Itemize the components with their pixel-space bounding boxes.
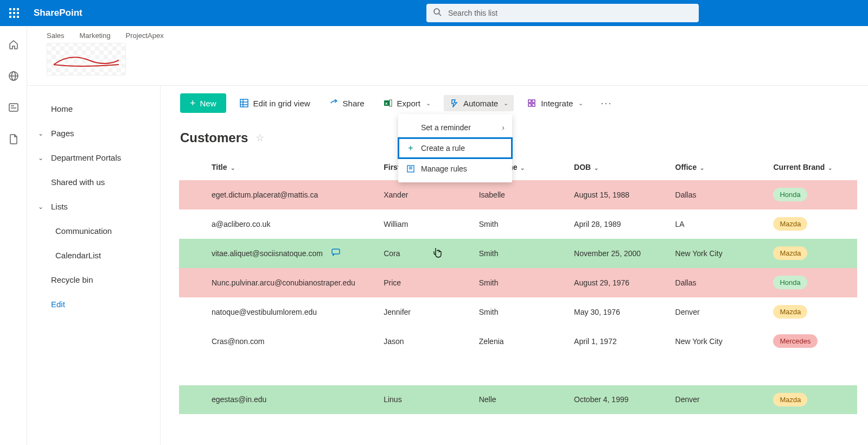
cell-last-name: Nelle (474, 385, 569, 415)
more-button[interactable]: ··· (596, 96, 616, 111)
file-icon[interactable] (7, 132, 20, 145)
brand-pill: Mazda (773, 305, 807, 319)
cell-brand: Mazda (768, 209, 857, 239)
menu-create-rule[interactable]: + Create a rule (398, 138, 512, 158)
svg-rect-20 (332, 249, 340, 254)
col-header-office[interactable]: Office⌄ (670, 156, 768, 180)
plus-icon: + (406, 143, 416, 153)
cell-office: Dallas (670, 268, 768, 297)
chevron-right-icon: › (502, 123, 505, 132)
cell-first-name: Xander (378, 180, 473, 209)
cell-title: vitae.aliquet@sociisnatoque.com (212, 249, 373, 258)
table-row[interactable]: egestas@in.eduLinusNelleOctober 4, 1999D… (179, 385, 857, 415)
col-header-brand[interactable]: Current Brand⌄ (768, 156, 857, 180)
grid-icon (239, 98, 249, 108)
chevron-down-icon: ⌄ (426, 100, 431, 107)
table-row[interactable]: eget.dictum.placerat@mattis.caXanderIsab… (179, 180, 857, 209)
site-logo[interactable] (47, 43, 126, 75)
chevron-down-icon: ⌄ (828, 165, 832, 171)
cell-first-name: Cora (378, 239, 473, 268)
menu-manage-rules[interactable]: Manage rules (398, 158, 512, 179)
table-row[interactable]: Cras@non.comJasonZeleniaApril 1, 1972New… (179, 327, 857, 356)
edit-grid-button[interactable]: Edit in grid view (234, 95, 316, 111)
chevron-down-icon: ⌄ (503, 100, 508, 107)
chevron-down-icon: ⌄ (594, 165, 598, 171)
rules-icon (406, 164, 416, 174)
new-button[interactable]: + New (180, 93, 226, 113)
cell-last-name: Smith (474, 239, 569, 268)
cell-first-name: William (378, 209, 473, 239)
app-title[interactable]: SharePoint (34, 8, 82, 18)
svg-line-1 (439, 14, 441, 16)
automate-button[interactable]: Automate ⌄ (444, 95, 514, 111)
cell-office: Denver (670, 385, 768, 415)
cell-dob: April 28, 1989 (569, 209, 669, 239)
cell-dob: October 4, 1999 (569, 385, 669, 415)
list-table: Title⌄ First Name⌄ Last Name⌄ DOB⌄ Offic… (179, 156, 857, 415)
brand-pill: Mercedes (773, 334, 817, 348)
search-input[interactable] (426, 4, 699, 22)
content-area: Sales Marketing ProjectApex Home ⌄Pages … (27, 26, 868, 445)
cell-office: New York City (670, 327, 768, 356)
menu-label: Manage rules (421, 164, 467, 173)
hub-header: Sales Marketing ProjectApex (27, 26, 868, 86)
cell-office: Dallas (670, 180, 768, 209)
cell-dob: April 1, 1972 (569, 327, 669, 356)
nav-pages[interactable]: ⌄Pages (27, 121, 160, 145)
hub-nav-item[interactable]: Marketing (80, 31, 111, 40)
svg-rect-18 (532, 104, 535, 106)
cell-brand: Mazda (768, 297, 857, 327)
home-icon[interactable] (7, 38, 20, 51)
chevron-down-icon: ⌄ (231, 165, 235, 171)
automate-menu: Set a reminder › + Create a rule Manage … (398, 114, 512, 182)
table-row[interactable]: Nunc.pulvinar.arcu@conubianostraper.eduP… (179, 268, 857, 297)
brand-pill: Honda (773, 276, 807, 289)
nav-lists[interactable]: ⌄Lists (27, 194, 160, 219)
cell-title: natoque@vestibulumlorem.edu (212, 308, 373, 316)
table-row[interactable]: a@aclibero.co.ukWilliamSmithApril 28, 19… (179, 209, 857, 239)
favorite-star-icon[interactable]: ☆ (256, 132, 264, 144)
brand-pill: Mazda (773, 246, 807, 260)
nav-recycle-bin[interactable]: Recycle bin (27, 268, 160, 292)
nav-calendarlist[interactable]: CalendarList (27, 243, 160, 268)
brand-pill: Mazda (773, 393, 807, 406)
app-launcher-icon[interactable] (5, 4, 23, 22)
cell-dob: August 29, 1976 (569, 268, 669, 297)
export-button[interactable]: x Export ⌄ (378, 95, 436, 111)
hub-nav-item[interactable]: Sales (47, 31, 65, 40)
cell-brand: Mazda (768, 385, 857, 415)
integrate-button[interactable]: Integrate ⌄ (521, 95, 589, 111)
share-button[interactable]: Share (323, 95, 370, 111)
globe-icon[interactable] (7, 69, 20, 82)
cell-title: Nunc.pulvinar.arcu@conubianostraper.edu (212, 278, 373, 287)
cell-last-name: Smith (474, 209, 569, 239)
comment-icon[interactable] (331, 249, 340, 258)
chevron-down-icon: ⌄ (578, 100, 583, 107)
share-label: Share (343, 99, 365, 108)
left-nav: Home ⌄Pages ⌄Department Portals Shared w… (27, 86, 161, 445)
cell-last-name: Isabelle (474, 180, 569, 209)
menu-set-reminder[interactable]: Set a reminder › (398, 117, 512, 138)
nav-home[interactable]: Home (27, 97, 160, 121)
nav-communication[interactable]: Communication (27, 219, 160, 243)
svg-rect-14 (390, 100, 392, 106)
cell-office: Denver (670, 297, 768, 327)
nav-department-portals[interactable]: ⌄Department Portals (27, 145, 160, 170)
automate-icon (449, 98, 459, 108)
table-row[interactable]: natoque@vestibulumlorem.eduJenniferSmith… (179, 297, 857, 327)
svg-rect-8 (240, 99, 248, 107)
brand-pill: Mazda (773, 217, 807, 231)
nav-shared[interactable]: Shared with us (27, 170, 160, 194)
hub-nav-item[interactable]: ProjectApex (126, 31, 164, 40)
export-label: Export (397, 99, 420, 108)
list-title-row: Customers ☆ (161, 120, 868, 156)
hub-nav: Sales Marketing ProjectApex (47, 31, 848, 40)
cell-first-name: Price (378, 268, 473, 297)
svg-rect-16 (532, 100, 535, 103)
col-header-title[interactable]: Title⌄ (179, 156, 378, 180)
nav-edit[interactable]: Edit (27, 292, 160, 316)
list-table-wrapper: Title⌄ First Name⌄ Last Name⌄ DOB⌄ Offic… (161, 156, 868, 415)
col-header-dob[interactable]: DOB⌄ (569, 156, 669, 180)
table-row[interactable]: vitae.aliquet@sociisnatoque.comCoraSmith… (179, 239, 857, 268)
news-icon[interactable] (7, 101, 20, 114)
